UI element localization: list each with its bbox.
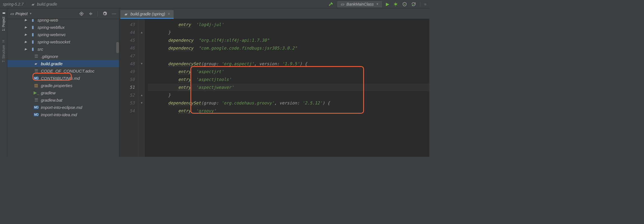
- coverage-icon[interactable]: [402, 2, 407, 7]
- folder-icon: ▮: [2, 12, 6, 14]
- breadcrumb-file[interactable]: build.gradle: [37, 2, 57, 6]
- toolbar-divider: [420, 2, 420, 7]
- gear-icon[interactable]: [102, 11, 107, 16]
- breadcrumb-project[interactable]: spring-5.2.7: [3, 2, 24, 6]
- run-config-selector[interactable]: ▭ BankMainClass ▼: [337, 1, 382, 7]
- fold-marker: [139, 36, 144, 44]
- line-number[interactable]: 51: [119, 83, 135, 91]
- line-number[interactable]: 54: [119, 107, 135, 115]
- project-title-label: Project: [15, 11, 28, 16]
- markdown-icon: MD: [34, 76, 39, 80]
- editor-tabs: build.gradle (spring) ✕: [119, 8, 429, 19]
- code-line[interactable]: dependencySet(group: 'org.codehaus.groov…: [148, 99, 429, 107]
- project-tree[interactable]: ▶▮spring-web▶▮spring-webflux▶▮spring-web…: [7, 19, 119, 118]
- stop-icon[interactable]: ■: [424, 2, 426, 6]
- breadcrumb-separator: 〉: [25, 2, 29, 7]
- line-number[interactable]: 50: [119, 76, 135, 83]
- code-line[interactable]: entry 'groovy': [148, 107, 429, 115]
- expand-arrow-icon[interactable]: ▶: [25, 33, 27, 36]
- tree-item[interactable]: MDimport-into-idea.md: [7, 111, 119, 118]
- tree-item[interactable]: MDimport-into-eclipse.md: [7, 104, 119, 111]
- svg-point-1: [395, 3, 397, 5]
- code-line[interactable]: }: [148, 91, 429, 99]
- tree-item[interactable]: ▶▮spring-web: [7, 19, 119, 24]
- line-number[interactable]: 53: [119, 99, 135, 107]
- code-line[interactable]: dependencySet(group: 'org.aspectj', vers…: [148, 60, 429, 68]
- project-view-icon: ▭: [10, 11, 14, 16]
- line-number[interactable]: 45: [119, 36, 135, 44]
- rail-tab-project[interactable]: 1: Project ▮: [2, 11, 6, 31]
- close-icon[interactable]: ✕: [167, 12, 170, 16]
- line-number[interactable]: 47: [119, 52, 135, 60]
- tree-item-label: src: [38, 47, 43, 52]
- rail-tab-structure-label: 7: Structure: [2, 45, 6, 62]
- tree-item[interactable]: ▶▮src: [7, 45, 119, 53]
- code-line[interactable]: dependency "com.google.code.findbugs:jsr…: [148, 44, 429, 52]
- run-toolbar: ▭ BankMainClass ▼ ▶ ■: [328, 1, 426, 7]
- expand-arrow-icon[interactable]: ▶: [25, 25, 27, 29]
- markdown-icon: MD: [34, 106, 39, 109]
- build-icon[interactable]: [328, 2, 333, 7]
- code-line[interactable]: entry 'aspectjrt': [148, 68, 429, 76]
- line-number[interactable]: 46: [119, 44, 135, 52]
- scrollbar-thumb[interactable]: [116, 42, 119, 53]
- tree-item[interactable]: ▶▮spring-websocket: [7, 38, 119, 45]
- chevron-down-icon: ▼: [376, 3, 379, 6]
- tree-item[interactable]: ▥gradle.properties: [7, 82, 119, 89]
- fold-marker[interactable]: [139, 99, 144, 107]
- code-area: 434445464748495051525354 entry 'log4j-ju…: [119, 19, 429, 157]
- locate-icon[interactable]: [79, 11, 84, 16]
- fold-marker: [139, 21, 144, 29]
- editor-tab-build-gradle[interactable]: build.gradle (spring) ✕: [120, 10, 174, 19]
- line-gutter[interactable]: 434445464748495051525354: [119, 19, 139, 157]
- collapse-icon[interactable]: [88, 11, 93, 16]
- run-icon[interactable]: ▶: [386, 1, 389, 7]
- gradle-icon: [124, 12, 128, 16]
- tree-item-label: spring-websocket: [38, 39, 70, 44]
- line-number[interactable]: 44: [119, 29, 135, 36]
- run-config-icon: ▭: [340, 2, 344, 6]
- code-line[interactable]: entry 'log4j-jul': [148, 21, 429, 29]
- rail-tab-structure[interactable]: 7: Structure ⁝≡: [2, 39, 6, 62]
- line-number[interactable]: 48: [119, 60, 135, 68]
- code-content[interactable]: entry 'log4j-jul' } dependency "org.slf4…: [144, 19, 429, 157]
- fold-marker[interactable]: [139, 60, 144, 68]
- expand-arrow-icon[interactable]: ▶: [25, 40, 27, 44]
- fold-marker[interactable]: [139, 91, 144, 99]
- tree-item[interactable]: MDCONTRIBUTING.md: [7, 74, 119, 82]
- line-number[interactable]: 43: [119, 21, 135, 29]
- left-tool-rail: 1: Project ▮ 7: Structure ⁝≡: [0, 8, 7, 157]
- minimize-icon[interactable]: —: [112, 11, 116, 16]
- fold-marker: [139, 76, 144, 83]
- tree-item-label: import-into-eclipse.md: [41, 105, 82, 110]
- fold-gutter[interactable]: [139, 19, 144, 157]
- tree-item-label: gradle.properties: [41, 83, 73, 88]
- code-line[interactable]: [148, 52, 429, 60]
- tree-item[interactable]: build.gradle: [7, 60, 119, 67]
- project-title[interactable]: ▭ Project ▼: [10, 11, 32, 16]
- code-line[interactable]: dependency "org.slf4j:slf4j-api:1.7.30": [148, 36, 429, 44]
- tree-item[interactable]: ▶▮spring-webflux: [7, 24, 119, 31]
- tree-item[interactable]: ▶_gradlew: [7, 89, 119, 96]
- expand-arrow-icon[interactable]: ▶: [25, 19, 27, 22]
- reload-icon[interactable]: [411, 2, 416, 7]
- code-line[interactable]: entry 'aspectjweaver': [148, 83, 429, 91]
- code-line[interactable]: }: [148, 29, 429, 36]
- debug-icon[interactable]: [393, 2, 398, 7]
- tree-item[interactable]: ▶▮spring-webmvc: [7, 31, 119, 38]
- fold-marker[interactable]: [139, 29, 144, 36]
- expand-arrow-icon[interactable]: ▶: [25, 47, 27, 51]
- tree-item[interactable]: ☰.gitignore: [7, 53, 119, 60]
- script-icon: ▶_: [34, 90, 39, 95]
- line-number[interactable]: 52: [119, 91, 135, 99]
- fold-marker: [139, 107, 144, 115]
- tree-item-label: gradlew.bat: [41, 98, 62, 102]
- editor-tab-label: build.gradle (spring): [130, 12, 165, 16]
- chevron-down-icon: ▼: [29, 12, 32, 15]
- tree-item[interactable]: ☰CODE_OF_CONDUCT.adoc: [7, 67, 119, 74]
- code-line[interactable]: entry 'aspectjtools': [148, 76, 429, 83]
- tree-item[interactable]: ☰gradlew.bat: [7, 96, 119, 104]
- module-folder-icon: ▮: [30, 25, 35, 30]
- line-number[interactable]: 49: [119, 68, 135, 76]
- tree-item-label: spring-webflux: [38, 25, 65, 30]
